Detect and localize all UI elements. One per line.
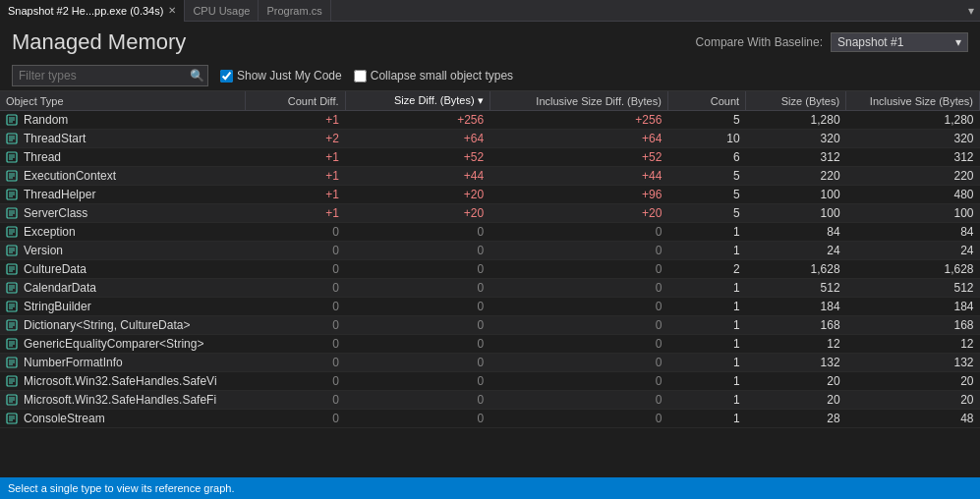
- cell-inc-size_diff: +96: [490, 186, 667, 204]
- table-row[interactable]: Microsoft.Win32.SafeHandles.SafeFile0001…: [0, 391, 980, 410]
- compare-label: Compare With Baseline:: [696, 35, 823, 49]
- tab-program[interactable]: Program.cs: [259, 0, 330, 22]
- cell-inc-size_diff: 0: [490, 354, 667, 372]
- cell-type: CalendarData: [0, 279, 216, 297]
- cell-size-diff: +52: [345, 148, 490, 167]
- object-type-icon: [6, 188, 20, 201]
- table-row[interactable]: Microsoft.Win32.SafeHandles.SafeVie...00…: [0, 372, 980, 391]
- cell-inc-size_diff: 0: [490, 260, 667, 279]
- status-text: Select a single type to view its referen…: [8, 482, 235, 494]
- cell-size-diff: 0: [345, 372, 490, 391]
- cell-inc-size_diff: +20: [490, 204, 667, 223]
- cell-count-diff: 0: [245, 279, 345, 298]
- page-title: Managed Memory: [12, 29, 186, 55]
- cell-inc-size_diff: 0: [490, 279, 667, 298]
- cell-count: 1: [667, 354, 745, 372]
- cell-count: 1: [667, 223, 745, 242]
- cell-inc-size: 312: [846, 148, 980, 167]
- col-header-type[interactable]: Object Type: [0, 91, 245, 111]
- tab-snapshot[interactable]: Snapshot #2 He...pp.exe (0.34s) ✕: [0, 0, 185, 22]
- show-my-code-checkbox[interactable]: [220, 70, 233, 83]
- cell-inc-size: 220: [846, 167, 980, 186]
- cell-inc-size: 100: [846, 204, 980, 223]
- object-type-icon: [6, 169, 20, 183]
- tab-dropdown-button[interactable]: ▾: [962, 0, 980, 22]
- cell-inc-size: 480: [846, 186, 980, 204]
- table-row[interactable]: ExecutionContext+1+44+445220220: [0, 167, 980, 186]
- table-row[interactable]: Exception00018484: [0, 223, 980, 242]
- filter-input[interactable]: [12, 65, 208, 86]
- cell-inc-size: 12: [846, 335, 980, 354]
- cell-type-label: Version: [24, 244, 63, 257]
- compare-value: Snapshot #1: [837, 35, 903, 49]
- table-row[interactable]: NumberFormatInfo0001132132: [0, 354, 980, 372]
- table-row[interactable]: ThreadStart+2+64+6410320320: [0, 130, 980, 148]
- cell-size: 132: [746, 354, 846, 372]
- cell-type-label: Microsoft.Win32.SafeHandles.SafeVie...: [24, 374, 216, 388]
- object-type-icon: [6, 281, 20, 295]
- cell-count-diff: +2: [245, 130, 345, 148]
- tab-cpu[interactable]: CPU Usage: [185, 0, 259, 22]
- col-header-inc-size[interactable]: Inclusive Size (Bytes): [846, 91, 980, 111]
- cell-size-diff: 0: [345, 335, 490, 354]
- cell-type: GenericEqualityComparer<String>: [0, 335, 216, 353]
- cell-count: 5: [667, 111, 745, 130]
- table-row[interactable]: StringBuilder0001184184: [0, 298, 980, 316]
- cell-type-label: Thread: [24, 150, 61, 164]
- table-row[interactable]: Version00012424: [0, 242, 980, 260]
- search-icon: 🔍: [190, 69, 204, 83]
- cell-size-diff: 0: [345, 354, 490, 372]
- cell-inc-size_diff: 0: [490, 372, 667, 391]
- tab-program-label: Program.cs: [266, 5, 321, 17]
- cell-size-diff: +44: [345, 167, 490, 186]
- table-row[interactable]: CultureData00021,6281,628: [0, 260, 980, 279]
- col-header-size[interactable]: Size (Bytes): [746, 91, 846, 111]
- col-header-inc-size-diff[interactable]: Inclusive Size Diff. (Bytes): [490, 91, 667, 111]
- table-container: Object Type Count Diff. Size Diff. (Byte…: [0, 91, 980, 445]
- cell-inc-size_diff: 0: [490, 335, 667, 354]
- cell-inc-size_diff: 0: [490, 316, 667, 335]
- cell-type: ThreadHelper: [0, 186, 216, 203]
- table-row[interactable]: Random+1+256+25651,2801,280: [0, 111, 980, 130]
- table-row[interactable]: Dictionary<String, CultureData>000116816…: [0, 316, 980, 335]
- table-row[interactable]: ServerClass+1+20+205100100: [0, 204, 980, 223]
- show-my-code-wrap[interactable]: Show Just My Code: [220, 69, 342, 83]
- compare-dropdown[interactable]: Snapshot #1 ▾: [831, 32, 968, 52]
- cell-count: 5: [667, 167, 745, 186]
- cell-inc-size_diff: +52: [490, 148, 667, 167]
- cell-size: 312: [746, 148, 846, 167]
- col-header-count[interactable]: Count: [667, 91, 745, 111]
- cell-inc-size: 132: [846, 354, 980, 372]
- table-row[interactable]: CalendarData0001512512: [0, 279, 980, 298]
- col-header-count-diff[interactable]: Count Diff.: [245, 91, 345, 111]
- compare-area: Compare With Baseline: Snapshot #1 ▾: [696, 32, 968, 52]
- col-header-size-diff[interactable]: Size Diff. (Bytes) ▾: [345, 91, 490, 111]
- collapse-wrap[interactable]: Collapse small object types: [354, 69, 513, 83]
- tab-snapshot-close[interactable]: ✕: [168, 5, 176, 16]
- cell-count: 1: [667, 372, 745, 391]
- cell-size: 1,280: [746, 111, 846, 130]
- cell-size: 320: [746, 130, 846, 148]
- cell-size: 20: [746, 391, 846, 410]
- show-my-code-label: Show Just My Code: [237, 69, 342, 83]
- cell-inc-size: 512: [846, 279, 980, 298]
- cell-count-diff: 0: [245, 223, 345, 242]
- table-row[interactable]: Thread+1+52+526312312: [0, 148, 980, 167]
- table-body: Random+1+256+25651,2801,280 ThreadStart+…: [0, 111, 980, 428]
- cell-type: Random: [0, 111, 216, 129]
- cell-count: 1: [667, 279, 745, 298]
- table-row[interactable]: ThreadHelper+1+20+965100480: [0, 186, 980, 204]
- cell-count-diff: 0: [245, 391, 345, 410]
- table-row[interactable]: ConsoleStream00012848: [0, 410, 980, 428]
- table-row[interactable]: GenericEqualityComparer<String>00011212: [0, 335, 980, 354]
- cell-count: 1: [667, 391, 745, 410]
- collapse-checkbox[interactable]: [354, 70, 367, 83]
- object-type-icon: [6, 262, 20, 276]
- cell-size: 512: [746, 279, 846, 298]
- cell-size-diff: 0: [345, 279, 490, 298]
- cell-size-diff: 0: [345, 391, 490, 410]
- cell-inc-size_diff: 0: [490, 410, 667, 428]
- cell-size: 100: [746, 204, 846, 223]
- cell-size: 24: [746, 242, 846, 260]
- collapse-label: Collapse small object types: [371, 69, 513, 83]
